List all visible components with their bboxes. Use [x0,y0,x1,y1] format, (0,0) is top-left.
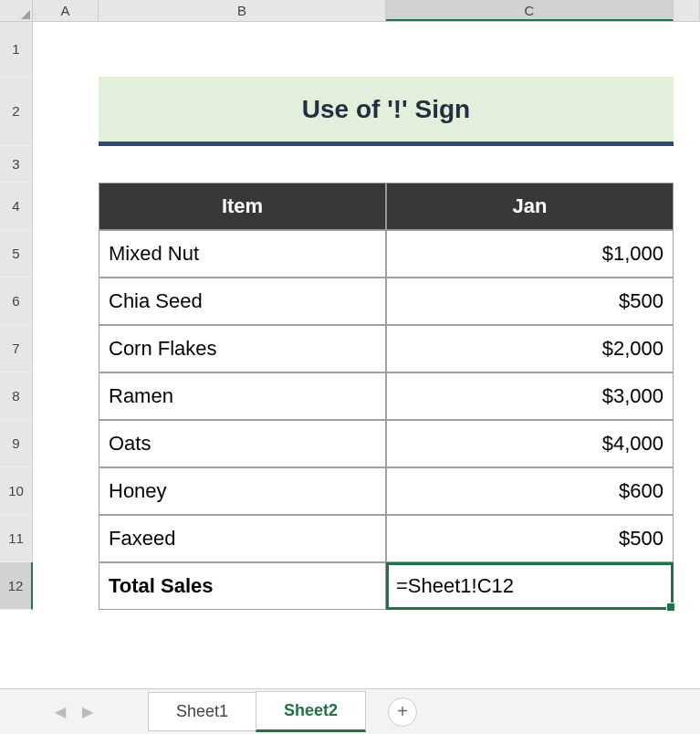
col-header-A[interactable]: A [33,0,99,21]
cell-item[interactable]: Faxeed [99,515,386,562]
col-header-B[interactable]: B [99,0,386,21]
col-header-next[interactable] [674,0,700,21]
row-header-3[interactable]: 3 [0,146,33,183]
table-row: Honey $600 [99,467,674,515]
cell-jan[interactable]: $3,000 [386,372,674,420]
cell-jan[interactable]: $500 [386,278,674,325]
sheet-tab-bar: ◀ ▶ Sheet1 Sheet2 + [0,688,700,734]
spreadsheet-grid: A B C 1 2 3 4 5 6 7 8 9 10 11 12 Use of … [0,0,700,688]
sheet-tab-1[interactable]: Sheet1 [148,692,256,731]
tab-nav-prev-icon[interactable]: ◀ [55,703,66,720]
title-cell[interactable]: Use of '!' Sign [99,77,674,146]
cell-item[interactable]: Mixed Nut [99,230,386,278]
row-headers: 1 2 3 4 5 6 7 8 9 10 11 12 [0,22,33,610]
total-label[interactable]: Total Sales [99,562,386,610]
cell-jan[interactable]: $4,000 [386,420,674,467]
row-header-5[interactable]: 5 [0,230,33,278]
cell-item[interactable]: Corn Flakes [99,325,386,372]
table-row: Mixed Nut $1,000 [99,230,674,278]
cell-item[interactable]: Honey [99,467,386,515]
plus-icon: + [397,701,408,722]
row-header-4[interactable]: 4 [0,183,33,230]
tab-nav-next-icon[interactable]: ▶ [82,703,93,720]
sheet-tab-2[interactable]: Sheet2 [256,691,366,732]
total-formula-cell[interactable]: =Sheet1!C12 [386,562,674,610]
row-header-10[interactable]: 10 [0,467,33,515]
cell-item[interactable]: Ramen [99,372,386,420]
table-row: Ramen $3,000 [99,372,674,420]
row-header-9[interactable]: 9 [0,420,33,467]
cell-jan[interactable]: $600 [386,467,674,515]
table-row: Oats $4,000 [99,420,674,467]
row-header-12[interactable]: 12 [0,562,33,610]
table-row: Chia Seed $500 [99,278,674,325]
header-jan[interactable]: Jan [386,183,674,230]
total-row: Total Sales =Sheet1!C12 [99,562,674,610]
column-headers: A B C [0,0,700,22]
cell-item[interactable]: Oats [99,420,386,467]
row-header-1[interactable]: 1 [0,22,33,77]
tab-nav-arrows: ◀ ▶ [55,703,93,720]
cell-jan[interactable]: $2,000 [386,325,674,372]
table-header-row: Item Jan [99,183,674,230]
add-sheet-button[interactable]: + [388,697,417,727]
row-header-8[interactable]: 8 [0,372,33,420]
cells-area[interactable]: Use of '!' Sign Item Jan Mixed Nut $1,00… [33,22,700,610]
row-header-2[interactable]: 2 [0,77,33,146]
header-item[interactable]: Item [99,183,386,230]
cell-jan[interactable]: $500 [386,515,674,562]
select-all-corner[interactable] [0,0,33,21]
row-header-11[interactable]: 11 [0,515,33,562]
table-row: Faxeed $500 [99,515,674,562]
cell-jan[interactable]: $1,000 [386,230,674,278]
col-header-C[interactable]: C [386,0,674,21]
row-header-6[interactable]: 6 [0,278,33,325]
row-header-7[interactable]: 7 [0,325,33,372]
cell-item[interactable]: Chia Seed [99,278,386,325]
table-row: Corn Flakes $2,000 [99,325,674,372]
